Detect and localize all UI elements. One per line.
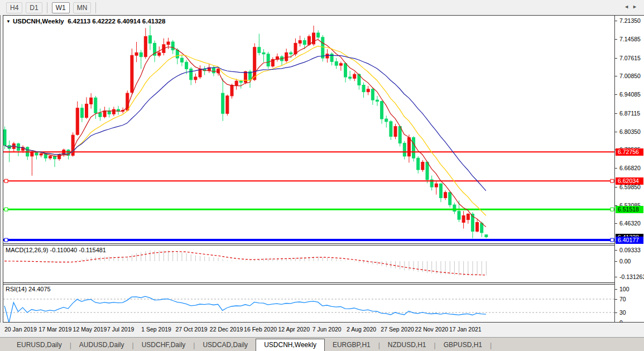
candle-body	[267, 54, 270, 66]
price-level-chip: 6.51518	[616, 206, 643, 213]
price-tick-label-mark	[615, 187, 617, 187]
candle-body	[326, 54, 329, 58]
candle-body	[212, 68, 215, 73]
candle-body	[344, 64, 347, 77]
macd-tick-label: -0.131263	[619, 273, 644, 280]
rsi-tick-label: 70	[619, 296, 626, 302]
candle-body	[80, 108, 83, 118]
candle-body	[167, 42, 170, 45]
candle-body	[54, 156, 56, 159]
chart-symbol-label: USDCNH,Weekly	[13, 18, 64, 25]
candle-body	[435, 184, 438, 187]
chart-tab-eurgbp[interactable]: EURGBP,H1	[325, 339, 378, 351]
candle-body	[131, 55, 133, 92]
candle-body	[99, 113, 102, 117]
candle-body	[407, 137, 410, 156]
macd-tick-label-mark	[615, 250, 617, 251]
chart-tab-audusd[interactable]: AUDUSD,Daily	[71, 339, 132, 351]
line-drag-handle[interactable]	[611, 208, 614, 211]
tab-scroll-arrows[interactable]: ◄►	[624, 4, 641, 9]
candle-body	[317, 33, 320, 37]
candle-body	[371, 89, 374, 100]
price-axis[interactable]: 7.213507.145857.076157.008506.940856.871…	[615, 16, 644, 322]
chart-tab-usdcnh[interactable]: USDCNH,Weekly	[256, 339, 325, 351]
price-tick-label: 7.00850	[619, 73, 641, 79]
chart-dropdown-icon[interactable]: ▼	[6, 19, 11, 24]
rsi-tick-label: 100	[619, 286, 629, 292]
rsi-plot[interactable]	[3, 285, 614, 322]
candle-body	[31, 152, 33, 156]
line-drag-handle[interactable]	[611, 238, 614, 242]
date-tick-label: 1 Sep 2019	[141, 326, 171, 333]
candle-body	[58, 155, 61, 159]
line-drag-handle[interactable]	[4, 208, 8, 211]
window-left-edge	[0, 15, 1, 323]
line-drag-handle[interactable]	[611, 179, 614, 182]
date-tick-label: 12 Apr 2020	[278, 326, 310, 333]
price-tick-label: 6.80350	[619, 128, 641, 135]
tab-scroll-right-icon[interactable]: ►	[632, 4, 641, 9]
toolbar-separator	[95, 2, 96, 13]
rsi-tick-label-mark	[615, 312, 617, 313]
chart-tab-gbpusd[interactable]: GBPUSD,H1	[436, 339, 490, 351]
date-tick-label: 12 May 2019	[73, 326, 107, 333]
candle-body	[239, 81, 242, 82]
timeframe-button-d1[interactable]: D1	[26, 2, 42, 13]
candle-body	[158, 52, 161, 55]
candle-body	[262, 52, 265, 54]
candle-body	[362, 85, 365, 92]
rsi-pane[interactable]: RSI(14) 24.4075	[3, 285, 614, 322]
candle-body	[480, 223, 483, 233]
candle-body	[421, 162, 424, 170]
line-drag-handle[interactable]	[4, 238, 8, 242]
price-level-chip: 6.62034	[616, 177, 643, 185]
candle-body	[40, 154, 42, 155]
candle-body	[222, 93, 224, 113]
candlestick-chart[interactable]	[3, 16, 614, 243]
timeframe-toolbar: H4D1W1MN	[0, 0, 644, 15]
candle-body	[307, 36, 310, 45]
chart-tab-nzdusd[interactable]: NZDUSD,H1	[380, 339, 434, 351]
line-drag-handle[interactable]	[4, 179, 8, 182]
price-tick-label: 6.94085	[619, 91, 641, 98]
timeframe-button-mn[interactable]: MN	[73, 2, 92, 13]
rsi-tick-label-mark	[615, 289, 617, 290]
date-axis[interactable]: 20 Jan 201917 Mar 201912 May 20197 Jul 2…	[3, 323, 644, 337]
rsi-tick-label: 30	[619, 309, 626, 316]
macd-pane[interactable]: MACD(12,26,9) -0.110040 -0.115481	[3, 246, 614, 282]
price-tick-label-mark	[615, 58, 617, 59]
candle-body	[3, 129, 6, 145]
date-tick-label: 22 Dec 2019	[210, 326, 243, 333]
candle-body	[171, 42, 174, 50]
candle-body	[381, 102, 383, 119]
price-tick-label-mark	[615, 132, 617, 132]
price-tick-label-mark	[615, 76, 617, 76]
chart-tab-bar: EURUSD,Daily|AUDUSD,Daily|USDCHF,Daily|U…	[0, 337, 644, 351]
candle-body	[194, 77, 197, 80]
price-tick-label-mark	[615, 223, 617, 224]
chart-tab-usdcad[interactable]: USDCAD,Daily	[195, 339, 256, 351]
date-tick-label: 22 Nov 2020	[415, 326, 449, 333]
candle-body	[412, 137, 415, 158]
candle-body	[339, 64, 342, 65]
chart-frame: ▼USDCNH,Weekly 6.42113 6.42222 6.40914 6…	[3, 15, 644, 323]
chart-title: ▼USDCNH,Weekly 6.42113 6.42222 6.40914 6…	[6, 18, 165, 25]
candle-body	[235, 81, 238, 85]
date-tick-label: 2 Aug 2020	[347, 326, 376, 333]
candle-body	[394, 127, 397, 137]
price-tick-label: 7.07615	[619, 55, 641, 61]
date-tick-label: 16 Feb 2020	[244, 326, 277, 333]
date-tick-label: 7 Jun 2020	[313, 326, 342, 333]
candle-body	[398, 127, 401, 143]
chart-tab-usdchf[interactable]: USDCHF,Daily	[134, 339, 194, 351]
candle-body	[244, 71, 247, 82]
candle-body	[376, 100, 378, 101]
chart-tab-eurusd[interactable]: EURUSD,Daily	[9, 339, 70, 351]
candle-body	[349, 77, 352, 78]
timeframe-button-w1[interactable]: W1	[52, 2, 70, 13]
timeframe-button-h4[interactable]: H4	[6, 2, 22, 13]
date-tick-label: 20 Jan 2019	[4, 326, 37, 333]
tab-scroll-left-icon[interactable]: ◄	[624, 4, 632, 9]
candle-body	[185, 62, 188, 69]
main-chart-pane[interactable]: ▼USDCNH,Weekly 6.42113 6.42222 6.40914 6…	[3, 16, 614, 243]
